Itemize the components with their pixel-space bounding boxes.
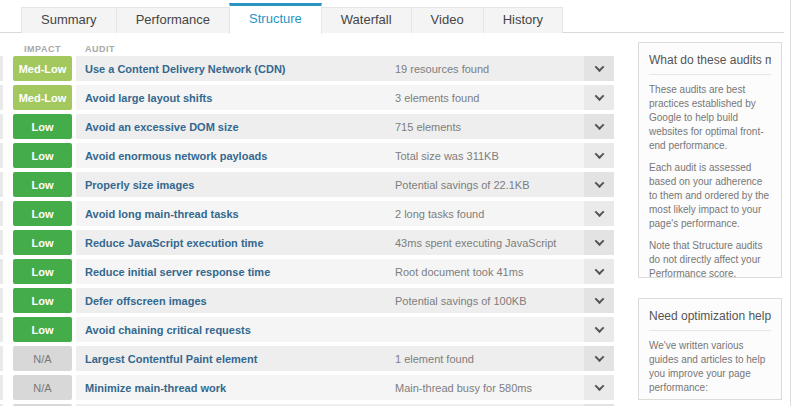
audit-result-value: 1 element found	[395, 353, 474, 365]
impact-badge: Med-Low	[13, 85, 72, 110]
chevron-down-icon	[594, 236, 604, 246]
chevron-down-icon	[594, 178, 604, 188]
audit-title: Avoid enormous network payloads	[85, 150, 267, 162]
impact-badge: Low	[13, 259, 72, 284]
audit-title: Avoid an excessive DOM size	[85, 121, 239, 133]
report-tab[interactable]: Video	[411, 7, 484, 33]
audit-row-content: Avoid enormous network payloads Total si…	[76, 143, 584, 168]
audits-info-paragraph: Note that Structure audits do not direct…	[649, 239, 771, 278]
report-tab[interactable]: Performance	[116, 7, 230, 33]
audit-table: Med-Low Use a Content Delivery Network (…	[13, 56, 614, 406]
audit-row-content: Avoid large layout shifts 3 elements fou…	[76, 85, 584, 110]
impact-badge: Low	[13, 230, 72, 255]
audit-row-content: Reduce initial server response time Root…	[76, 259, 584, 284]
audit-title: Properly size images	[85, 179, 194, 191]
expand-row-button[interactable]	[584, 346, 614, 371]
audit-result-value: 3 elements found	[395, 92, 479, 104]
audit-row-body: Properly size images Potential savings o…	[76, 172, 614, 197]
audit-row-content: Defer offscreen images Potential savings…	[76, 288, 584, 313]
structure-report-page: Summary Performance Structure Waterfall …	[0, 0, 800, 406]
expand-row-button[interactable]	[584, 172, 614, 197]
audits-info-paragraphs: These audits are best practices establis…	[649, 83, 771, 278]
chevron-down-icon	[594, 294, 604, 304]
audits-info-panel: What do these audits mean? These audits …	[638, 42, 782, 278]
expand-row-button[interactable]	[584, 143, 614, 168]
chevron-down-icon	[594, 91, 604, 101]
report-tab[interactable]: Structure	[229, 3, 322, 34]
impact-badge: Low	[13, 143, 72, 168]
optimization-help-title: Need optimization help?	[649, 309, 771, 331]
impact-badge: Med-Low	[13, 56, 72, 81]
audit-row-content: Avoid an excessive DOM size 715 elements	[76, 114, 584, 139]
expand-row-button[interactable]	[584, 288, 614, 313]
report-tab[interactable]: History	[483, 7, 563, 33]
chevron-down-icon	[594, 265, 604, 275]
audit-row-content: Avoid long main-thread tasks 2 long task…	[76, 201, 584, 226]
audit-result-value: 715 elements	[395, 121, 461, 133]
optimization-help-text: We've written various guides and article…	[649, 339, 771, 395]
audit-row[interactable]: Low Avoid an excessive DOM size 715 elem…	[13, 114, 614, 139]
chevron-down-icon	[594, 207, 604, 217]
impact-badge: N/A	[13, 346, 72, 371]
audit-row[interactable]: N/A Largest Contentful Paint element 1 e…	[13, 346, 614, 371]
chevron-down-icon	[594, 323, 604, 333]
audit-row[interactable]: Low Avoid long main-thread tasks 2 long …	[13, 201, 614, 226]
audit-row[interactable]: Low Defer offscreen images Potential sav…	[13, 288, 614, 313]
audit-result-value: 2 long tasks found	[395, 208, 484, 220]
audit-row[interactable]: Low Avoid chaining critical requests	[13, 317, 614, 342]
page-left-edge-sliver	[0, 56, 3, 406]
audit-row[interactable]: Med-Low Avoid large layout shifts 3 elem…	[13, 85, 614, 110]
audit-row-body: Largest Contentful Paint element 1 eleme…	[76, 346, 614, 371]
audit-row-body: Use a Content Delivery Network (CDN) 19 …	[76, 56, 614, 81]
report-tabs: Summary Performance Structure Waterfall …	[22, 7, 563, 34]
chevron-down-icon	[594, 62, 604, 72]
report-tab[interactable]: Waterfall	[321, 7, 412, 33]
audit-result-value: Potential savings of 22.1KB	[395, 179, 530, 191]
audit-row[interactable]: Low Properly size images Potential savin…	[13, 172, 614, 197]
chevron-down-icon	[594, 149, 604, 159]
impact-badge: Low	[13, 288, 72, 313]
audits-info-title: What do these audits mean?	[649, 53, 771, 75]
audit-title: Largest Contentful Paint element	[85, 353, 257, 365]
audits-info-paragraph: These audits are best practices establis…	[649, 83, 771, 153]
audit-result-value: Potential savings of 100KB	[395, 295, 526, 307]
expand-row-button[interactable]	[584, 201, 614, 226]
audit-title: Reduce JavaScript execution time	[85, 237, 264, 249]
expand-row-button[interactable]	[584, 85, 614, 110]
report-tab[interactable]: Summary	[21, 7, 117, 33]
audit-result-value: 19 resources found	[395, 63, 489, 75]
audit-title: Defer offscreen images	[85, 295, 207, 307]
impact-badge: Low	[13, 114, 72, 139]
audit-title: Avoid chaining critical requests	[85, 324, 251, 336]
expand-row-button[interactable]	[584, 230, 614, 255]
audit-row-body: Minimize main-thread work Main-thread bu…	[76, 375, 614, 400]
expand-row-button[interactable]	[584, 375, 614, 400]
audit-row-body: Avoid an excessive DOM size 715 elements	[76, 114, 614, 139]
audit-row[interactable]: N/A Minimize main-thread work Main-threa…	[13, 375, 614, 400]
audit-row-body: Avoid long main-thread tasks 2 long task…	[76, 201, 614, 226]
audit-result-value: 43ms spent executing JavaScript	[395, 237, 556, 249]
audit-row[interactable]: Low Reduce JavaScript execution time 43m…	[13, 230, 614, 255]
audit-row-content: Reduce JavaScript execution time 43ms sp…	[76, 230, 584, 255]
impact-badge: Low	[13, 201, 72, 226]
expand-row-button[interactable]	[584, 114, 614, 139]
audit-row[interactable]: Med-Low Use a Content Delivery Network (…	[13, 56, 614, 81]
audit-title: Use a Content Delivery Network (CDN)	[85, 63, 286, 75]
audit-row[interactable]: Low Reduce initial server response time …	[13, 259, 614, 284]
audits-info-paragraph: Each audit is assessed based on your adh…	[649, 161, 771, 231]
expand-row-button[interactable]	[584, 56, 614, 81]
expand-row-button[interactable]	[584, 259, 614, 284]
audit-title: Minimize main-thread work	[85, 382, 226, 394]
audit-row-content: Avoid chaining critical requests	[76, 317, 584, 342]
impact-column-header: IMPACT	[13, 44, 72, 54]
optimization-help-panel: Need optimization help? We've written va…	[638, 298, 782, 400]
audit-result-value: Main-thread busy for 580ms	[395, 382, 532, 394]
impact-badge: Low	[13, 317, 72, 342]
audit-row[interactable]: Low Avoid enormous network payloads Tota…	[13, 143, 614, 168]
chevron-down-icon	[594, 120, 604, 130]
expand-row-button[interactable]	[584, 317, 614, 342]
audit-result-value: Total size was 311KB	[395, 150, 499, 162]
chevron-down-icon	[594, 381, 604, 391]
audit-row-content: Use a Content Delivery Network (CDN) 19 …	[76, 56, 584, 81]
audit-row-body: Defer offscreen images Potential savings…	[76, 288, 614, 313]
